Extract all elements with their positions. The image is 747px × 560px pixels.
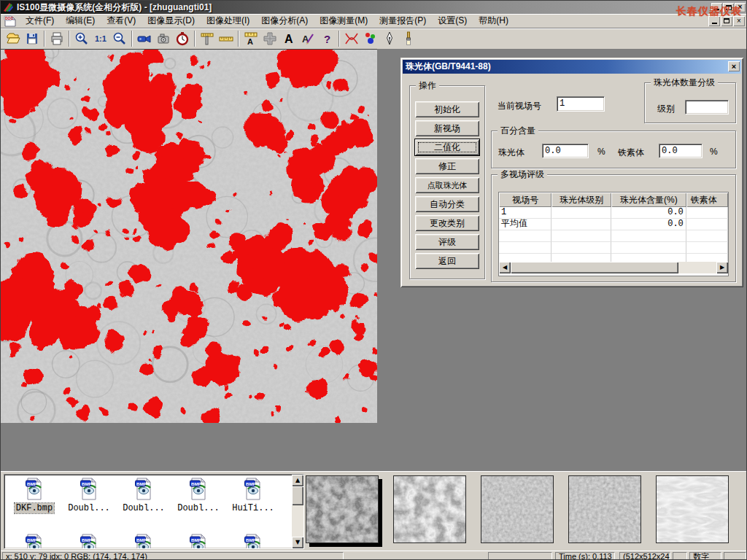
init-button[interactable]: 初始化 <box>415 101 479 117</box>
file-name[interactable]: HuiTi... <box>231 503 276 513</box>
menu-image-analysis[interactable]: 图像分析(A) <box>255 13 314 28</box>
file-name[interactable]: Doubl... <box>66 503 112 513</box>
menu-image-process[interactable]: 图像处理(I) <box>201 13 255 28</box>
svg-text:BMP: BMP <box>191 537 201 542</box>
header-field-no[interactable]: 视场号 <box>499 192 551 207</box>
pearlite-dialog[interactable]: 珠光体(GB/T9441-88) × 操作 初始化 新视场 二值化 修正 点取珠… <box>400 58 743 287</box>
file-item[interactable]: BMP <box>118 534 169 549</box>
print-button[interactable] <box>47 30 66 47</box>
scroll-down-button[interactable]: ▼ <box>292 537 303 548</box>
file-name[interactable]: Doubl... <box>176 503 221 513</box>
header-ferrite[interactable]: 铁素体 <box>686 192 728 207</box>
file-item[interactable]: BMP <box>9 534 60 549</box>
child-close-button[interactable]: × <box>733 16 745 26</box>
annotate-button[interactable]: A <box>298 30 317 47</box>
grade-button[interactable]: 评级 <box>415 234 479 250</box>
menu-help[interactable]: 帮助(H) <box>473 13 514 28</box>
close-button[interactable]: × <box>735 3 746 12</box>
caliper-button[interactable] <box>198 30 217 47</box>
level-input[interactable] <box>685 100 729 114</box>
file-item[interactable]: BMPDoubl... <box>118 478 169 513</box>
brush-button[interactable] <box>399 30 418 47</box>
help-icon: ? <box>320 31 334 46</box>
dialog-close-button[interactable]: × <box>728 61 740 71</box>
table-row[interactable]: 平均值 0.0 <box>499 219 728 230</box>
auto-classify-button[interactable]: 自动分类 <box>415 196 479 212</box>
change-class-button[interactable]: 更改类别 <box>415 215 479 231</box>
thumbnail-1[interactable] <box>306 475 379 543</box>
maximize-button[interactable] <box>723 3 734 12</box>
pen-button[interactable] <box>380 30 399 47</box>
current-field-input[interactable]: 1 <box>557 96 605 112</box>
scroll-track[interactable] <box>511 262 716 273</box>
minimize-button[interactable] <box>711 3 722 12</box>
menu-settings[interactable]: 设置(S) <box>432 13 473 28</box>
file-item[interactable]: BMPHuiTi... <box>228 478 279 513</box>
binarize-button[interactable]: 二值化 <box>415 139 479 155</box>
ruler-button[interactable] <box>217 30 236 47</box>
child-minimize-button[interactable] <box>708 16 720 26</box>
return-button[interactable]: 返回 <box>415 253 479 269</box>
help-button[interactable]: ? <box>317 30 336 47</box>
svg-text:DOC: DOC <box>5 16 14 20</box>
scroll-right-button[interactable]: ▶ <box>716 262 728 273</box>
save-button[interactable] <box>23 30 42 47</box>
curve-split-button[interactable] <box>342 30 361 47</box>
header-pearlite-content[interactable]: 珠光体含量(%) <box>611 192 686 207</box>
cell-ferrite <box>686 219 728 230</box>
table-hscrollbar[interactable]: ◀ ▶ <box>499 262 728 273</box>
file-name[interactable]: DKF.bmp <box>15 503 54 513</box>
pick-pearlite-button[interactable]: 点取珠光体 <box>415 177 479 193</box>
scroll-left-button[interactable]: ◀ <box>499 262 511 273</box>
correct-button[interactable]: 修正 <box>415 158 479 174</box>
cell-field-no: 1 <box>499 207 551 219</box>
file-item[interactable]: BMP <box>228 534 279 549</box>
thumbnail-5[interactable] <box>656 475 729 543</box>
timer-button[interactable] <box>173 30 192 47</box>
file-item[interactable]: BMP <box>63 534 115 549</box>
text-button[interactable]: A <box>279 30 298 47</box>
thumbnail-4[interactable] <box>568 475 641 543</box>
document-icon[interactable]: DOC <box>4 15 17 27</box>
scroll-thumb[interactable] <box>511 262 678 273</box>
file-name[interactable]: Doubl... <box>121 503 166 513</box>
table-row-empty <box>499 230 728 242</box>
file-item[interactable]: BMPDoubl... <box>173 478 224 513</box>
menu-view[interactable]: 查看(V) <box>101 13 142 28</box>
scroll-up-button[interactable]: ▲ <box>292 475 303 486</box>
file-list[interactable]: BMPDKF.bmpBMPDoubl...BMPDoubl...BMPDoubl… <box>4 474 304 549</box>
menu-image-measure[interactable]: 图像测量(M) <box>314 13 374 28</box>
file-item[interactable]: BMPDKF.bmp <box>9 478 60 513</box>
menu-edit[interactable]: 编辑(E) <box>60 13 101 28</box>
child-restore-button[interactable] <box>721 16 732 26</box>
menu-file[interactable]: 文件(F) <box>20 13 60 28</box>
dialog-title-bar[interactable]: 珠光体(GB/T9441-88) <box>403 60 741 74</box>
phase-colors-button[interactable] <box>361 30 380 47</box>
actual-size-button[interactable]: 1:1 <box>91 30 110 47</box>
bmp-file-icon: BMP <box>80 534 98 549</box>
grid-stitch-button[interactable] <box>260 30 279 47</box>
file-item[interactable]: BMPDoubl... <box>63 478 115 513</box>
title-bar[interactable]: IS100显微摄像系统(金相分析版) - [zhuguangti01] × <box>1 1 747 14</box>
thumbnail-3[interactable] <box>481 475 554 543</box>
capture-camera-button[interactable] <box>154 30 173 47</box>
thumbnail-2[interactable] <box>393 475 466 543</box>
ferrite-input[interactable]: 0.0 <box>659 144 703 158</box>
scroll-thumb[interactable] <box>292 486 303 505</box>
menu-image-display[interactable]: 图像显示(D) <box>142 13 201 28</box>
zoom-out-button[interactable] <box>110 30 129 47</box>
open-button[interactable] <box>4 30 23 47</box>
toolbar-separator <box>238 31 239 47</box>
menu-measure-report[interactable]: 测量报告(P) <box>374 13 432 28</box>
multi-field-table[interactable]: 视场号 珠光体级别 珠光体含量(%) 铁素体 1 0.0 平均值 0.0 <box>498 192 729 276</box>
pearlite-input[interactable]: 0.0 <box>542 144 589 158</box>
zoom-in-button[interactable] <box>72 30 91 47</box>
new-field-button[interactable]: 新视场 <box>415 120 479 136</box>
measure-text-button[interactable]: A <box>241 30 260 47</box>
header-pearlite-grade[interactable]: 珠光体级别 <box>551 192 611 207</box>
file-list-vscrollbar[interactable]: ▲▼ <box>292 475 303 548</box>
metallographic-image[interactable] <box>1 49 377 423</box>
video-camera-button[interactable] <box>135 30 154 47</box>
file-item[interactable]: BMP <box>173 534 224 549</box>
table-row[interactable]: 1 0.0 <box>499 207 728 219</box>
